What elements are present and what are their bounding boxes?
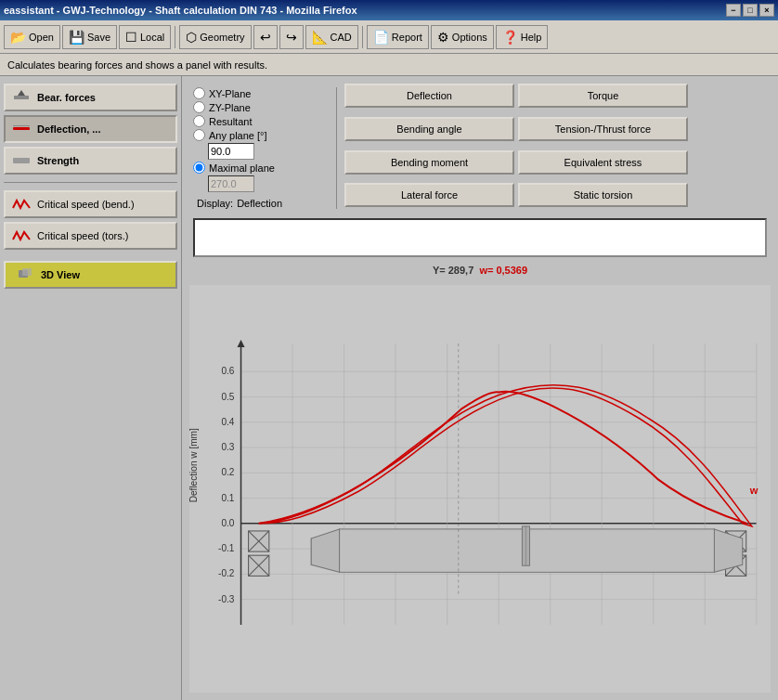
svg-text:0.3: 0.3 — [221, 442, 234, 452]
status-text: Calculates bearing forces and shows a pa… — [7, 59, 267, 71]
cad-button[interactable]: 📐 CAD — [305, 25, 358, 49]
save-button[interactable]: 💾 Save — [62, 25, 117, 49]
help-icon: ❓ — [502, 30, 518, 45]
open-icon: 📂 — [10, 30, 26, 45]
bear-forces-button[interactable]: Bear. forces — [4, 84, 177, 111]
svg-rect-2 — [13, 127, 30, 130]
any-plane-value-row — [208, 143, 325, 160]
toolbar: 📂 Open 💾 Save ☐ Local ⬡ Geometry ↩ ↪ 📐 C… — [0, 20, 778, 54]
view-3d-icon — [15, 265, 35, 285]
controls-row: XY-Plane ZY-Plane Resultant Any plane [°… — [189, 84, 771, 213]
any-plane-input[interactable] — [208, 143, 254, 160]
redo-button[interactable]: ↪ — [279, 25, 304, 49]
critical-tors-button[interactable]: Critical speed (tors.) — [4, 222, 177, 250]
status-bar: Calculates bearing forces and shows a pa… — [0, 54, 778, 76]
bending-moment-button[interactable]: Bending moment — [344, 150, 514, 175]
svg-text:Deflection w [mm]: Deflection w [mm] — [189, 428, 199, 502]
local-icon: ☐ — [125, 30, 137, 45]
local-button[interactable]: ☐ Local — [119, 25, 171, 49]
strength-button[interactable]: Strength — [4, 147, 177, 175]
close-button[interactable]: × — [759, 4, 774, 17]
radio-group: XY-Plane ZY-Plane Resultant Any plane [°… — [189, 84, 329, 213]
deflection-icon — [11, 119, 32, 139]
radio-zy-plane[interactable]: ZY-Plane — [193, 101, 325, 113]
torque-grid-button[interactable]: Torque — [518, 84, 688, 108]
svg-marker-1 — [18, 90, 25, 96]
title-text: eassistant - GWJ-Technology - Shaft calc… — [4, 5, 357, 16]
geometry-icon: ⬡ — [186, 30, 197, 45]
critical-bend-icon — [11, 194, 32, 214]
display-box — [193, 218, 767, 257]
chart-coord-label: Y= 289,7 w= 0,5369 — [189, 263, 771, 278]
maximal-plane-value-row — [208, 175, 325, 192]
left-panel: Bear. forces Deflection, ... Strength Cr… — [0, 76, 182, 700]
svg-text:-0.1: -0.1 — [218, 543, 235, 553]
save-icon: 💾 — [69, 30, 84, 45]
window-controls: − □ × — [726, 4, 774, 17]
display-row: Display: Deflection — [193, 198, 325, 209]
undo-icon: ↩ — [260, 30, 271, 45]
radio-resultant[interactable]: Resultant — [193, 115, 325, 127]
cad-icon: 📐 — [312, 30, 328, 45]
critical-bend-button[interactable]: Critical speed (bend.) — [4, 190, 177, 218]
lateral-force-button[interactable]: Lateral force — [344, 183, 514, 207]
divider-2 — [362, 26, 363, 48]
bending-angle-button[interactable]: Bending angle — [344, 117, 514, 141]
svg-text:0.5: 0.5 — [221, 392, 234, 402]
svg-text:-0.2: -0.2 — [218, 568, 235, 578]
divider-1 — [175, 26, 175, 48]
svg-text:0.2: 0.2 — [221, 467, 234, 477]
svg-rect-4 — [13, 158, 30, 163]
svg-text:-0.3: -0.3 — [218, 594, 235, 604]
main-content: Bear. forces Deflection, ... Strength Cr… — [0, 76, 778, 700]
chart-svg: 0.6 0.5 0.4 0.3 0.2 0.1 0.0 -0.1 -0.2 -0… — [189, 285, 771, 693]
button-grid: Deflection Torque Bending angle Tension-… — [344, 84, 688, 213]
svg-rect-3 — [13, 125, 30, 126]
radio-resultant-input[interactable] — [193, 115, 205, 127]
radio-any-plane[interactable]: Any plane [°] — [193, 129, 325, 141]
svg-text:0.4: 0.4 — [221, 417, 234, 427]
open-button[interactable]: 📂 Open — [4, 25, 60, 49]
svg-rect-0 — [14, 96, 29, 99]
report-button[interactable]: 📄 Report — [367, 25, 429, 49]
title-bar: eassistant - GWJ-Technology - Shaft calc… — [0, 0, 778, 20]
svg-text:w: w — [749, 485, 759, 496]
svg-text:0.0: 0.0 — [221, 518, 234, 528]
vertical-divider — [336, 87, 337, 209]
deflection-grid-button[interactable]: Deflection — [344, 84, 514, 108]
right-panel: XY-Plane ZY-Plane Resultant Any plane [°… — [182, 76, 778, 700]
radio-xy-plane[interactable]: XY-Plane — [193, 87, 325, 99]
critical-tors-icon — [11, 226, 32, 246]
equivalent-stress-button[interactable]: Equivalent stress — [518, 150, 688, 175]
options-button[interactable]: ⚙ Options — [431, 25, 494, 49]
chart-area: 0.6 0.5 0.4 0.3 0.2 0.1 0.0 -0.1 -0.2 -0… — [189, 285, 771, 693]
radio-any-input[interactable] — [193, 129, 205, 141]
static-torsion-button[interactable]: Static torsion — [518, 183, 688, 207]
left-separator — [4, 182, 177, 183]
svg-rect-6 — [22, 268, 32, 276]
strength-icon — [11, 150, 32, 171]
radio-maximal-plane[interactable]: Maximal plane — [193, 162, 325, 174]
view-3d-button[interactable]: 3D View — [4, 261, 177, 289]
redo-icon: ↪ — [286, 30, 297, 45]
radio-maximal-input[interactable] — [193, 162, 205, 174]
deflection-button[interactable]: Deflection, ... — [4, 115, 177, 143]
help-button[interactable]: ❓ Help — [496, 25, 549, 49]
report-icon: 📄 — [373, 30, 389, 45]
minimize-button[interactable]: − — [726, 4, 741, 17]
undo-button[interactable]: ↩ — [253, 25, 278, 49]
svg-text:0.6: 0.6 — [221, 366, 234, 376]
radio-zy-input[interactable] — [193, 101, 205, 113]
maximal-plane-input[interactable] — [208, 175, 254, 192]
options-icon: ⚙ — [437, 30, 449, 45]
tension-thrust-button[interactable]: Tension-/Thrust force — [518, 117, 688, 141]
svg-text:0.1: 0.1 — [221, 493, 234, 503]
bear-forces-icon — [11, 87, 32, 108]
maximize-button[interactable]: □ — [743, 4, 758, 17]
radio-xy-input[interactable] — [193, 87, 205, 99]
geometry-button[interactable]: ⬡ Geometry — [179, 25, 251, 49]
